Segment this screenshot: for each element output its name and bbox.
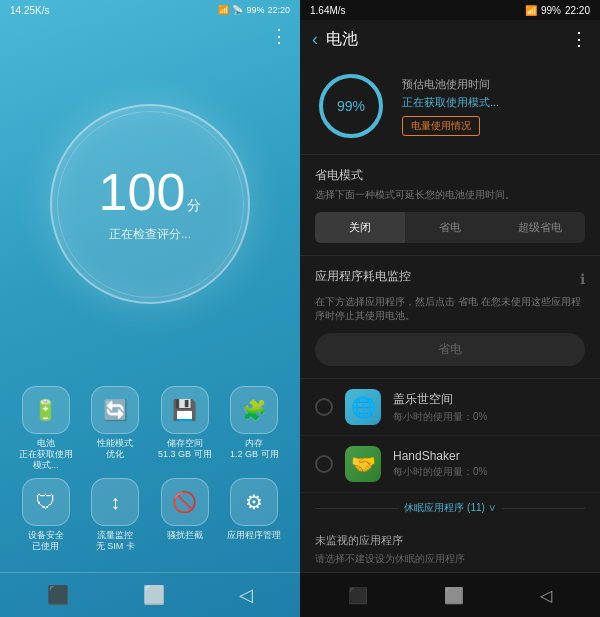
score-circle: 100 分 正在检查评分...	[50, 104, 250, 304]
right-battery: 99%	[541, 5, 561, 16]
storage-label: 储存空间51.3 GB 可用	[158, 438, 212, 460]
page-title: 电池	[326, 29, 562, 50]
wifi-icon: 📡	[232, 5, 243, 15]
storage-icon-box: 💾	[161, 386, 209, 434]
security-label: 设备安全已使用	[28, 530, 64, 552]
sleep-apps-text: 休眠应用程序 (11) ∨	[404, 501, 495, 515]
grid-item-performance[interactable]: 🔄 性能模式优化	[85, 386, 147, 470]
score-circle-container: 100 分 正在检查评分...	[0, 32, 300, 376]
interference-label: 骚扰拦截	[167, 530, 203, 541]
sleep-apps-divider[interactable]: 休眠应用程序 (11) ∨	[300, 493, 600, 523]
monitor-desc: 在下方选择应用程序，然后点击 省电 在您未使用这些应用程序时停止其使用电池。	[315, 295, 585, 323]
power-mode-buttons: 关闭 省电 超级省电	[315, 212, 585, 243]
battery-circle: 99%	[315, 70, 387, 142]
grid-item-apps[interactable]: ⚙ 应用程序管理	[224, 478, 286, 552]
left-speed: 14.25K/s	[10, 5, 49, 16]
grid-item-interference[interactable]: 🚫 骚扰拦截	[154, 478, 216, 552]
memory-label: 内存1.2 GB 可用	[230, 438, 279, 460]
app-info-2: HandShaker 每小时的使用量：0%	[393, 449, 585, 479]
right-menu-dots[interactable]: ⋮	[570, 28, 588, 50]
apps-label: 应用程序管理	[227, 530, 281, 541]
info-icon: ℹ	[580, 271, 585, 287]
divider-line-right	[502, 508, 585, 509]
battery-percent: 99%	[337, 98, 365, 114]
battery-info-title: 预估电池使用时间	[402, 77, 585, 92]
grid-item-security[interactable]: 🛡 设备安全已使用	[15, 478, 77, 552]
unmonitored-title: 未监视的应用程序	[315, 533, 585, 548]
unmonitored-section: 未监视的应用程序 请选择不建设设为休眠的应用程序	[300, 523, 600, 572]
mode-super-save-button[interactable]: 超级省电	[495, 212, 585, 243]
app-usage-1: 每小时的使用量：0%	[393, 410, 585, 424]
app-radio-1[interactable]	[315, 398, 333, 416]
battery-icon-box: 🔋	[22, 386, 70, 434]
grid-item-memory[interactable]: 🧩 内存1.2 GB 可用	[224, 386, 286, 470]
left-nav-recent[interactable]: ⬛	[47, 584, 69, 606]
app-name-1: 盖乐世空间	[393, 391, 585, 408]
left-nav-back[interactable]: ◁	[239, 584, 253, 606]
power-save-title: 省电模式	[315, 167, 585, 184]
memory-icon-box: 🧩	[230, 386, 278, 434]
right-nav-recent[interactable]: ⬛	[348, 586, 368, 605]
score-label: 正在检查评分...	[109, 226, 191, 243]
power-save-section: 省电模式 选择下面一种模式可延长您的电池使用时间。 关闭 省电 超级省电	[300, 155, 600, 256]
left-bottom-nav: ⬛ ⬜ ◁	[0, 572, 300, 617]
security-icon-box: 🛡	[22, 478, 70, 526]
app-radio-2[interactable]	[315, 455, 333, 473]
battery-label: 电池正在获取使用模式...	[15, 438, 77, 470]
left-status-icons: 📶 📡 99% 22:20	[218, 5, 290, 15]
right-signal-icon: 📶	[525, 5, 537, 16]
app-item-2[interactable]: 🤝 HandShaker 每小时的使用量：0%	[300, 436, 600, 493]
right-status-icons: 📶 99% 22:20	[525, 5, 590, 16]
mode-save-button[interactable]: 省电	[405, 212, 495, 243]
right-bottom-nav: ⬛ ⬜ ◁	[300, 572, 600, 617]
apps-icon-box: ⚙	[230, 478, 278, 526]
left-status-bar: 14.25K/s 📶 📡 99% 22:20	[0, 0, 300, 20]
score-number: 100	[99, 166, 186, 218]
app-list: 🌐 盖乐世空间 每小时的使用量：0% 🤝 HandShaker 每小时的使用量：…	[300, 379, 600, 572]
right-panel: 1.64M/s 📶 99% 22:20 ‹ 电池 ⋮ 99% 预估电池使用时间 …	[300, 0, 600, 617]
monitor-title: 应用程序耗电监控	[315, 268, 411, 285]
battery-usage-button[interactable]: 电量使用情况	[402, 116, 480, 136]
battery-section: 99% 预估电池使用时间 正在获取使用模式... 电量使用情况	[300, 58, 600, 155]
mode-off-button[interactable]: 关闭	[315, 212, 405, 243]
battery-info: 预估电池使用时间 正在获取使用模式... 电量使用情况	[402, 77, 585, 136]
app-name-2: HandShaker	[393, 449, 585, 463]
divider-line-left	[315, 508, 398, 509]
grid-item-storage[interactable]: 💾 储存空间51.3 GB 可用	[154, 386, 216, 470]
grid-item-traffic[interactable]: ↕ 流量监控无 SIM 卡	[85, 478, 147, 552]
grid-item-battery[interactable]: 🔋 电池正在获取使用模式...	[15, 386, 77, 470]
right-nav-home[interactable]: ⬜	[444, 586, 464, 605]
right-time: 22:20	[565, 5, 590, 16]
app-icon-handshaker: 🤝	[345, 446, 381, 482]
power-save-desc: 选择下面一种模式可延长您的电池使用时间。	[315, 188, 585, 202]
battery-mode-text: 正在获取使用模式...	[402, 95, 585, 110]
right-header: ‹ 电池 ⋮	[300, 20, 600, 58]
left-time: 22:20	[267, 5, 290, 15]
save-power-button[interactable]: 省电	[315, 333, 585, 366]
traffic-icon-box: ↕	[91, 478, 139, 526]
left-panel: 14.25K/s 📶 📡 99% 22:20 ⋮ 100 分 正在检查评分...…	[0, 0, 300, 617]
traffic-label: 流量监控无 SIM 卡	[96, 530, 135, 552]
right-status-bar: 1.64M/s 📶 99% 22:20	[300, 0, 600, 20]
performance-label: 性能模式优化	[97, 438, 133, 460]
score-unit: 分	[187, 197, 201, 215]
left-battery: 99%	[246, 5, 264, 15]
right-nav-back[interactable]: ◁	[540, 586, 552, 605]
performance-icon-box: 🔄	[91, 386, 139, 434]
app-item-1[interactable]: 🌐 盖乐世空间 每小时的使用量：0%	[300, 379, 600, 436]
back-button[interactable]: ‹	[312, 29, 318, 50]
monitor-header: 应用程序耗电监控 ℹ	[315, 268, 585, 289]
unmonitored-desc: 请选择不建设设为休眠的应用程序	[315, 552, 585, 566]
signal-icon: 📶	[218, 5, 229, 15]
app-icon-galaxy: 🌐	[345, 389, 381, 425]
app-usage-2: 每小时的使用量：0%	[393, 465, 585, 479]
right-speed: 1.64M/s	[310, 5, 346, 16]
app-info-1: 盖乐世空间 每小时的使用量：0%	[393, 391, 585, 424]
app-monitor-section: 应用程序耗电监控 ℹ 在下方选择应用程序，然后点击 省电 在您未使用这些应用程序…	[300, 256, 600, 379]
left-nav-home[interactable]: ⬜	[143, 584, 165, 606]
left-grid: 🔋 电池正在获取使用模式... 🔄 性能模式优化 💾 储存空间51.3 GB 可…	[0, 376, 300, 562]
interference-icon-box: 🚫	[161, 478, 209, 526]
